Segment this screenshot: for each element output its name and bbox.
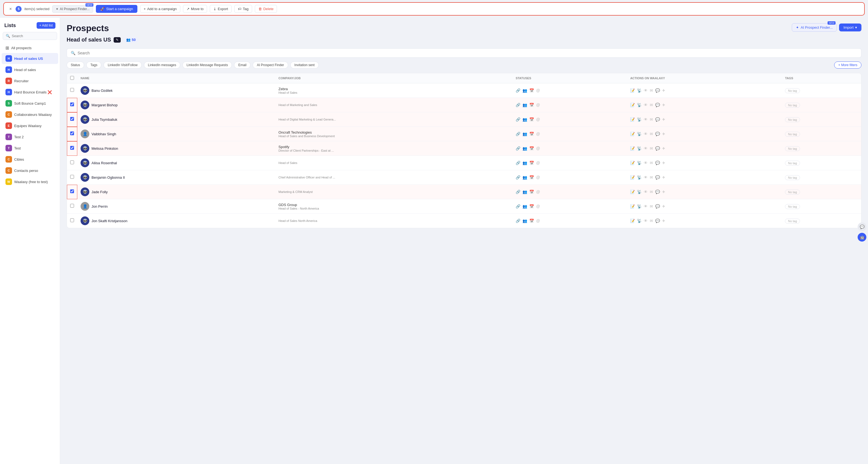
- close-icon[interactable]: ×: [8, 5, 13, 12]
- calendar-icon[interactable]: 📅: [529, 117, 534, 122]
- more-filters-button[interactable]: + More filters: [834, 61, 862, 68]
- people-icon[interactable]: 👥: [523, 132, 527, 136]
- at-icon[interactable]: @: [536, 204, 540, 208]
- people-icon[interactable]: 👥: [523, 103, 527, 107]
- rss-icon[interactable]: 📡: [637, 161, 642, 165]
- rss-icon[interactable]: 📡: [637, 132, 642, 136]
- row-checkbox[interactable]: [70, 146, 74, 150]
- sidebar-item-head-of-sales-us[interactable]: H Head of sales US: [2, 53, 58, 64]
- rss-icon[interactable]: 📡: [637, 175, 642, 179]
- eye-icon[interactable]: 👁: [644, 161, 648, 165]
- note-icon[interactable]: 📝: [630, 219, 635, 223]
- send-icon[interactable]: ✈: [662, 219, 665, 223]
- row-checkbox[interactable]: [70, 218, 74, 222]
- row-checkbox[interactable]: [70, 175, 74, 179]
- people-icon[interactable]: 👥: [523, 117, 527, 122]
- calendar-icon[interactable]: 📅: [529, 88, 534, 93]
- mail-icon[interactable]: ✉: [650, 132, 653, 136]
- mail-icon[interactable]: ✉: [650, 117, 653, 122]
- mail-icon[interactable]: ✉: [650, 146, 653, 151]
- link-icon[interactable]: 🔗: [516, 88, 520, 93]
- eye-icon[interactable]: 👁: [644, 190, 648, 194]
- send-icon[interactable]: ✈: [662, 132, 665, 136]
- message-icon[interactable]: 💬: [655, 219, 660, 223]
- calendar-icon[interactable]: 📅: [529, 161, 534, 165]
- ai-prospect-finder-main-button[interactable]: ✦ AI Prospect Finder... NEW: [792, 23, 837, 32]
- rss-icon[interactable]: 📡: [637, 103, 642, 107]
- send-icon[interactable]: ✈: [662, 190, 665, 194]
- message-icon[interactable]: 💬: [655, 103, 660, 107]
- filter-ai-prospect-button[interactable]: AI Prospect Finder: [253, 61, 288, 68]
- link-icon[interactable]: 🔗: [516, 132, 520, 136]
- link-icon[interactable]: 🔗: [516, 204, 520, 208]
- send-icon[interactable]: ✈: [662, 88, 665, 93]
- message-icon[interactable]: 💬: [655, 204, 660, 208]
- send-icon[interactable]: ✈: [662, 146, 665, 151]
- send-icon[interactable]: ✈: [662, 161, 665, 165]
- edit-list-name-button[interactable]: ✎: [114, 37, 121, 42]
- rss-icon[interactable]: 📡: [637, 219, 642, 223]
- message-icon[interactable]: 💬: [655, 175, 660, 179]
- eye-icon[interactable]: 👁: [644, 103, 648, 107]
- at-icon[interactable]: @: [536, 132, 540, 136]
- people-icon[interactable]: 👥: [523, 219, 527, 223]
- mail-icon[interactable]: ✉: [650, 103, 653, 107]
- select-all-checkbox[interactable]: [70, 76, 74, 80]
- message-icon[interactable]: 💬: [655, 117, 660, 122]
- mail-icon[interactable]: ✉: [650, 190, 653, 194]
- message-icon[interactable]: 💬: [655, 132, 660, 136]
- eye-icon[interactable]: 👁: [644, 175, 648, 179]
- send-icon[interactable]: ✈: [662, 204, 665, 208]
- row-checkbox[interactable]: [70, 88, 74, 92]
- filter-linkedin-visit-button[interactable]: LinkedIn Visit/Follow: [103, 61, 142, 68]
- row-checkbox[interactable]: [70, 161, 74, 164]
- people-icon[interactable]: 👥: [523, 88, 527, 93]
- tag-button[interactable]: 🏷 Tag: [234, 5, 252, 13]
- export-button[interactable]: ⤓ Export: [210, 5, 231, 13]
- sidebar-item-contacts-perso[interactable]: C Contacts perso: [2, 165, 58, 176]
- message-icon[interactable]: 💬: [655, 146, 660, 151]
- note-icon[interactable]: 📝: [630, 190, 635, 194]
- mail-icon[interactable]: ✉: [650, 175, 653, 179]
- rss-icon[interactable]: 📡: [637, 204, 642, 208]
- at-icon[interactable]: @: [536, 219, 540, 223]
- people-icon[interactable]: 👥: [523, 204, 527, 208]
- filter-invitation-sent-button[interactable]: Invitation sent: [290, 61, 319, 68]
- prospect-search-input[interactable]: [78, 51, 857, 55]
- link-icon[interactable]: 🔗: [516, 175, 520, 179]
- rss-icon[interactable]: 📡: [637, 190, 642, 194]
- link-icon[interactable]: 🔗: [516, 117, 520, 122]
- at-icon[interactable]: @: [536, 88, 540, 93]
- sidebar-item-collaborateurs[interactable]: C Collaborateurs Waalaxy: [2, 109, 58, 120]
- mail-icon[interactable]: ✉: [650, 219, 653, 223]
- send-icon[interactable]: ✈: [662, 117, 665, 122]
- sidebar-item-recruiter[interactable]: R Recruiter: [2, 76, 58, 86]
- sidebar-item-test2[interactable]: T Test 2: [2, 132, 58, 142]
- eye-icon[interactable]: 👁: [644, 132, 648, 136]
- move-to-button[interactable]: ↗ Move to: [183, 5, 207, 13]
- calendar-icon[interactable]: 📅: [529, 103, 534, 107]
- row-checkbox[interactable]: [70, 132, 74, 135]
- note-icon[interactable]: 📝: [630, 103, 635, 107]
- rss-icon[interactable]: 📡: [637, 146, 642, 151]
- add-list-button[interactable]: + Add list: [37, 22, 56, 29]
- sidebar-item-soft-bounce[interactable]: S Soft Bounce Camp1: [2, 98, 58, 109]
- people-icon[interactable]: 👥: [523, 190, 527, 194]
- delete-button[interactable]: 🗑 Delete: [255, 5, 277, 13]
- filter-linkedin-msg-requests-button[interactable]: LinkedIn Message Requests: [182, 61, 232, 68]
- filter-email-button[interactable]: Email: [234, 61, 250, 68]
- calendar-icon[interactable]: 📅: [529, 190, 534, 194]
- sidebar-item-equipes[interactable]: E Equipes Waalaxy: [2, 120, 58, 131]
- link-icon[interactable]: 🔗: [516, 161, 520, 165]
- people-icon[interactable]: 👥: [523, 175, 527, 179]
- start-campaign-button[interactable]: 🚀 Start a campaign: [96, 5, 137, 13]
- calendar-icon[interactable]: 📅: [529, 132, 534, 136]
- sidebar-item-cibles[interactable]: C Cibles: [2, 154, 58, 165]
- row-checkbox[interactable]: [70, 190, 74, 193]
- eye-icon[interactable]: 👁: [644, 204, 648, 208]
- at-icon[interactable]: @: [536, 103, 540, 107]
- calendar-icon[interactable]: 📅: [529, 175, 534, 179]
- mail-icon[interactable]: ✉: [650, 204, 653, 208]
- note-icon[interactable]: 📝: [630, 117, 635, 122]
- send-icon[interactable]: ✈: [662, 175, 665, 179]
